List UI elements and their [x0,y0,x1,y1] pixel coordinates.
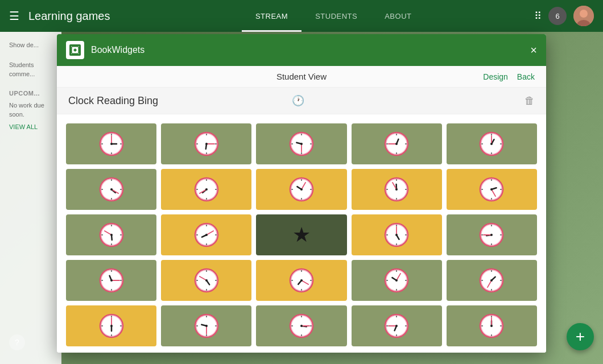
bingo-cell-22[interactable] [256,305,346,346]
modal: BookWidgets × Student View Design Back C… [57,34,546,353]
svg-point-39 [395,143,398,145]
clock-icon [289,268,314,293]
svg-point-201 [300,325,303,327]
svg-point-156 [300,279,303,282]
svg-point-120 [395,234,398,236]
bingo-cell-1[interactable] [161,123,251,164]
svg-point-21 [205,143,208,145]
clock-icon [99,177,124,202]
bingo-cell-5[interactable] [66,169,156,210]
svg-point-66 [205,188,208,191]
modal-header: BookWidgets × [57,34,546,66]
bingo-grid: ★ [66,123,537,346]
modal-close-button[interactable]: × [530,44,537,57]
clock-emoji-icon: 🕐 [292,94,304,107]
bingo-cell-7[interactable] [256,169,346,210]
clock-icon [384,313,409,338]
bingo-grid-wrapper: ★ [57,114,546,353]
modal-brand-label: BookWidgets [91,45,523,55]
clock-icon [194,177,219,202]
bingo-cell-20[interactable] [66,305,156,346]
clock-icon [384,131,409,156]
svg-point-111 [205,234,208,236]
svg-point-219 [490,325,493,327]
bingo-cell-0[interactable] [66,123,156,164]
star-icon: ★ [292,223,311,247]
bingo-cell-19[interactable] [447,260,537,301]
clock-icon [194,268,219,293]
clock-icon [384,268,409,293]
svg-point-84 [395,188,398,191]
svg-point-75 [300,188,303,191]
clock-icon [289,177,314,202]
svg-point-183 [110,325,113,327]
svg-point-147 [205,279,208,282]
bingo-cell-3[interactable] [352,123,442,164]
bingo-cell-11[interactable] [161,214,251,255]
svg-point-174 [490,279,493,282]
design-link[interactable]: Design [483,72,508,81]
clock-icon [289,313,314,338]
modal-overlay: BookWidgets × Student View Design Back C… [0,0,603,364]
clock-icon [479,222,504,247]
bingo-cell-23[interactable] [352,305,442,346]
clock-icon [479,268,504,293]
modal-subheader: Student View Design Back [57,66,546,88]
clock-icon [99,313,124,338]
modal-titlebar: Clock Reading Bing 🕐 🗑 [57,88,546,114]
clock-icon [479,177,504,202]
clock-icon [479,313,504,338]
game-title: Clock Reading Bing [68,95,288,107]
bingo-cell-9[interactable] [447,169,537,210]
svg-point-48 [490,143,493,145]
bingo-cell-4[interactable] [447,123,537,164]
svg-point-30 [300,143,303,145]
bingo-cell-21[interactable] [161,305,251,346]
bingo-cell-2[interactable] [256,123,346,164]
clock-icon [479,131,504,156]
clock-icon [99,131,124,156]
svg-point-57 [110,188,113,191]
svg-point-102 [110,234,113,236]
bingo-cell-14[interactable] [447,214,537,255]
svg-point-165 [395,279,398,282]
svg-point-129 [490,234,493,236]
delete-button[interactable]: 🗑 [524,95,535,107]
svg-point-138 [110,279,113,282]
bingo-cell-17[interactable] [256,260,346,301]
svg-point-12 [110,143,113,145]
clock-icon [194,131,219,156]
bingo-cell-12[interactable]: ★ [256,214,346,255]
clock-icon [99,268,124,293]
clock-icon [99,222,124,247]
subheader-actions-right: Design Back [379,72,535,81]
bookwidgets-logo [66,41,84,59]
bingo-cell-8[interactable] [352,169,442,210]
svg-point-93 [490,188,493,191]
bingo-cell-18[interactable] [352,260,442,301]
bingo-cell-6[interactable] [161,169,251,210]
clock-icon [384,177,409,202]
back-link[interactable]: Back [517,72,535,81]
bingo-cell-16[interactable] [161,260,251,301]
bingo-cell-15[interactable] [66,260,156,301]
clock-icon [289,131,314,156]
student-view-title: Student View [224,72,379,81]
bingo-cell-10[interactable] [66,214,156,255]
clock-icon [194,313,219,338]
svg-point-192 [205,325,208,327]
clock-icon [384,222,409,247]
bingo-cell-13[interactable] [352,214,442,255]
svg-point-210 [395,325,398,327]
bingo-cell-24[interactable] [447,305,537,346]
logo-icon [69,44,81,56]
clock-icon [194,222,219,247]
